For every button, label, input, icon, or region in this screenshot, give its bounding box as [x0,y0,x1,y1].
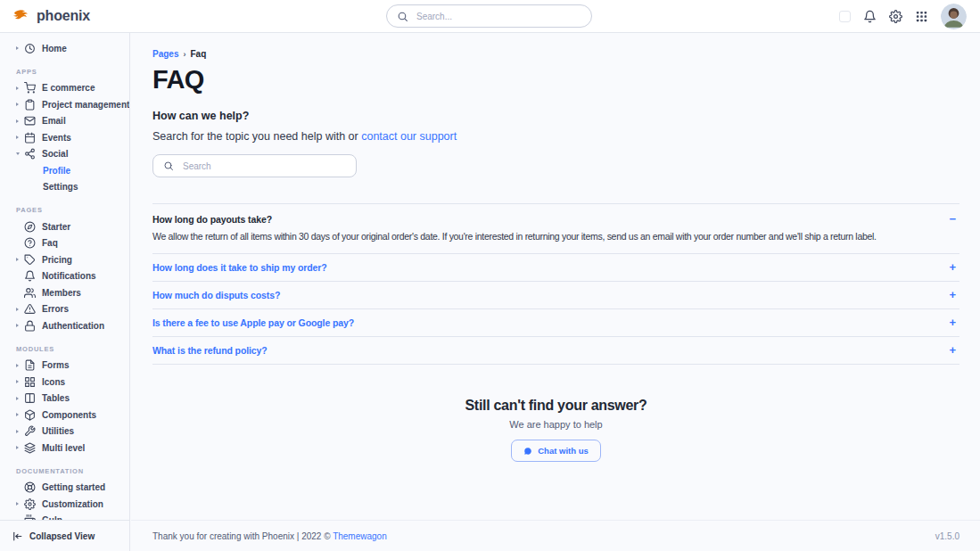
sidebar-item-gulp[interactable]: Gulp [0,513,129,521]
expand-plus-icon[interactable]: + [949,289,959,300]
theme-toggle-icon[interactable] [839,11,851,22]
themewagon-link[interactable]: Themewagon [333,531,387,541]
sidebar-item-social[interactable]: Social [0,146,129,163]
sidebar-item-authentication[interactable]: Authentication [0,317,129,334]
expand-plus-icon[interactable]: + [949,317,959,328]
faq-item-refund-policy: What is the refund policy? + [152,337,959,365]
table-icon [24,392,36,404]
lock-icon [24,320,36,332]
chevron-right-icon [16,430,19,433]
contact-support-link[interactable]: contact our support [361,130,457,143]
cta-subtitle: We are happy to help [152,419,959,430]
faq-question-row[interactable]: How long do payouts take? − [152,213,959,225]
faq-item-shipping: How long does it take to ship my order? … [152,254,959,282]
chevron-right-icon [16,46,19,50]
cart-icon [24,82,36,94]
sidebar-item-getting-started[interactable]: Getting started [0,480,129,497]
user-avatar[interactable] [941,4,967,29]
faq-item-payouts: How long do payouts take? − We allow the… [152,204,959,254]
chevron-right-icon [16,136,19,139]
sidebar-item-multi-level[interactable]: Multi level [0,440,129,456]
faq-question-row[interactable]: What is the refund policy? + [152,344,959,356]
chevron-right-icon [16,103,19,106]
sidebar-item-email[interactable]: Email [0,113,129,130]
chevron-right-icon [16,308,19,311]
faq-search[interactable] [152,154,357,177]
app-launcher-grid-icon[interactable] [915,10,928,23]
chat-button-label: Chat with us [538,446,588,456]
help-heading: How can we help? [152,110,959,122]
sidebar-item-components[interactable]: Components [0,407,129,424]
collapse-arrow-icon [12,530,23,542]
main-content: Pages › Faq FAQ How can we help? Search … [131,33,980,520]
breadcrumb: Pages › Faq [152,49,959,59]
chevron-right-icon [16,397,19,400]
expand-plus-icon[interactable]: + [949,344,959,356]
users-icon [24,287,36,299]
sidebar-item-members[interactable]: Members [0,284,129,301]
sidebar-item-home[interactable]: Home [0,40,129,57]
sidebar-section-pages: PAGES [16,206,129,214]
chevron-down-icon [16,152,20,155]
sidebar: Home APPS E commerce Project management … [0,33,130,551]
search-icon [163,160,174,171]
app-version: v1.5.0 [935,531,959,541]
chevron-right-icon [16,446,19,449]
faq-question-row[interactable]: How long does it take to ship my order? … [152,261,959,273]
breadcrumb-pages-link[interactable]: Pages [152,49,178,59]
bell-icon [24,270,36,282]
chevron-right-icon [16,324,19,327]
footer-text: Thank you for creating with Phoenix | 20… [152,531,331,541]
chevron-right-icon [16,86,19,90]
sidebar-item-events[interactable]: Events [0,129,129,146]
sidebar-item-forms[interactable]: Forms [0,358,129,374]
compass-icon [24,221,36,233]
sidebar-item-utilities[interactable]: Utilities [0,424,129,440]
settings-gear-icon[interactable] [889,10,902,23]
collapsed-view-toggle[interactable]: Collapsed View [0,520,129,551]
sidebar-item-faq[interactable]: Faq [0,235,129,252]
chevron-right-icon [16,502,19,506]
sidebar-item-settings[interactable]: Settings [0,179,129,196]
home-clock-icon [24,43,36,54]
sidebar-item-icons[interactable]: Icons [0,374,129,391]
collapse-minus-icon[interactable]: − [949,213,959,225]
search-icon [397,11,408,22]
gear-icon [24,498,36,510]
clipboard-icon [24,99,36,111]
sidebar-item-ecommerce[interactable]: E commerce [0,80,129,97]
grid-icon [24,376,36,388]
faq-search-input[interactable] [181,160,346,172]
footer-credit: Thank you for creating with Phoenix | 20… [152,531,387,541]
sidebar-item-notifications[interactable]: Notifications [0,268,129,285]
lifebuoy-icon [24,481,36,493]
notifications-bell-icon[interactable] [863,10,877,23]
brand-logo[interactable]: phoenix [0,6,130,26]
expand-plus-icon[interactable]: + [949,261,959,273]
faq-answer: We allow the return of all items within … [152,231,959,242]
global-search[interactable] [386,4,592,28]
faq-question-row[interactable]: How much do disputs costs? + [152,289,959,300]
faq-question: What is the refund policy? [152,345,268,356]
share-icon [24,148,36,160]
faq-item-apple-google-pay: Is there a fee to use Apple pay or Googl… [152,309,959,337]
chat-bubble-icon [523,447,532,456]
sidebar-item-starter[interactable]: Starter [0,218,129,235]
calendar-icon [24,132,36,144]
global-search-input[interactable] [415,11,581,22]
faq-question-row[interactable]: Is there a fee to use Apple pay or Googl… [152,317,959,328]
sidebar-item-project-management[interactable]: Project management [0,96,129,113]
sidebar-item-pricing[interactable]: Pricing [0,251,129,268]
sidebar-item-customization[interactable]: Customization [0,496,129,513]
help-circle-icon [24,237,36,249]
phoenix-logo-icon [12,6,31,26]
sidebar-item-profile[interactable]: Profile [0,162,129,179]
avatar-image [941,4,967,29]
layers-icon [24,442,36,454]
mail-icon [24,115,36,127]
chat-with-us-button[interactable]: Chat with us [511,440,600,462]
sidebar-item-errors[interactable]: Errors [0,301,129,318]
cta-section: Still can't find your answer? We are hap… [152,398,959,462]
sidebar-item-tables[interactable]: Tables [0,391,129,407]
faq-question: How long does it take to ship my order? [152,262,327,273]
